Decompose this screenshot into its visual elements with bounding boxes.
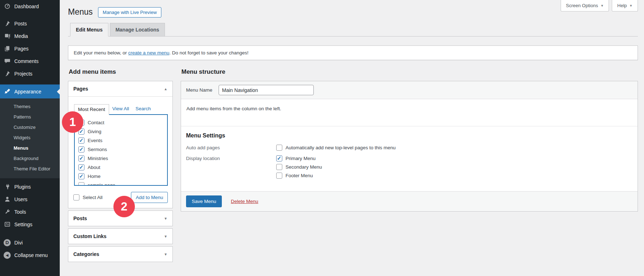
page-checkbox-row: Giving: [78, 127, 167, 136]
footer-menu-label: Footer Menu: [286, 173, 313, 178]
select-all-label: Select All: [83, 195, 103, 200]
checkbox[interactable]: [78, 146, 84, 152]
submenu-item-themes[interactable]: Themes: [0, 101, 60, 112]
add-to-menu-button[interactable]: Add to Menu: [131, 192, 168, 203]
help-button[interactable]: Help ▼: [612, 0, 638, 11]
pages-panel-title: Pages: [73, 86, 88, 92]
sidebar-item-label: Dashboard: [14, 4, 39, 9]
sidebar-item-plugins[interactable]: Plugins: [0, 180, 60, 193]
sidebar-item-divi[interactable]: D Divi: [0, 236, 60, 249]
collapse-arrow-icon: ◀: [4, 252, 11, 259]
screen-meta-links: Screen Options ▼ Help ▼: [561, 0, 638, 11]
primary-menu-checkbox[interactable]: [276, 155, 282, 161]
menu-name-label: Menu Name: [186, 87, 213, 93]
pages-panel: Pages ▲ Most Recent View All Search Cont…: [68, 81, 173, 208]
sidebar-item-label: Posts: [14, 21, 27, 26]
sidebar-item-posts[interactable]: Posts: [0, 17, 60, 30]
auto-add-checkbox[interactable]: [276, 145, 282, 151]
categories-panel: Categories ▼: [68, 246, 173, 262]
page-item-label: Sermons: [88, 147, 107, 152]
page-checkbox-row: sample page: [78, 181, 167, 186]
menu-structure-panel: Menu Name Add menu items from the column…: [181, 81, 638, 212]
submenu-item-patterns[interactable]: Patterns: [0, 112, 60, 122]
tab-search[interactable]: Search: [132, 104, 154, 114]
submenu-item-customize[interactable]: Customize: [0, 122, 60, 132]
tab-most-recent[interactable]: Most Recent: [74, 104, 109, 115]
pushpin-icon: [4, 70, 11, 77]
pages-icon: [4, 45, 11, 52]
page-header: Menus Manage with Live Preview: [68, 0, 638, 19]
menu-name-input[interactable]: [219, 85, 314, 95]
sidebar-item-users[interactable]: Users: [0, 193, 60, 205]
screen-options-button[interactable]: Screen Options ▼: [561, 0, 609, 11]
tab-manage-locations[interactable]: Manage Locations: [110, 23, 165, 37]
sliders-icon: [4, 221, 11, 228]
chevron-down-icon: ▼: [600, 4, 604, 8]
main-content: Screen Options ▼ Help ▼ Menus Manage wit…: [60, 0, 644, 276]
pages-panel-header[interactable]: Pages ▲: [68, 81, 172, 97]
collapse-menu-label: Collapse menu: [14, 252, 48, 258]
footer-menu-checkbox[interactable]: [276, 173, 282, 179]
help-label: Help: [617, 3, 627, 8]
submenu-item-theme-file-editor[interactable]: Theme File Editor: [0, 164, 60, 174]
page-checkbox-row: Contact: [78, 118, 167, 127]
page-item-label: Home: [88, 174, 101, 179]
page-checkbox-row: Events: [78, 136, 167, 145]
sidebar-item-settings[interactable]: Settings: [0, 218, 60, 231]
submenu-item-background[interactable]: Background: [0, 153, 60, 164]
page-item-label: Giving: [88, 129, 101, 134]
page-item-label: Contact: [88, 120, 104, 125]
user-icon: [4, 196, 11, 203]
primary-menu-label: Primary Menu: [286, 156, 316, 161]
checkbox[interactable]: [78, 182, 84, 186]
auto-add-pages-label: Auto add pages: [186, 145, 276, 151]
sidebar-item-label: Plugins: [14, 184, 31, 190]
secondary-menu-checkbox[interactable]: [276, 164, 282, 170]
collapse-menu-button[interactable]: ◀ Collapse menu: [0, 249, 60, 261]
notice-text-before: Edit your menu below, or: [74, 50, 128, 55]
create-new-menu-link[interactable]: create a new menu: [128, 50, 169, 55]
custom-links-panel-header[interactable]: Custom Links ▼: [68, 229, 172, 244]
admin-sidebar: Dashboard Posts Media Pages Comments Pro…: [0, 0, 60, 276]
page-item-label: About: [88, 165, 100, 170]
speech-bubble-icon: [4, 58, 11, 65]
submenu-item-widgets[interactable]: Widgets: [0, 132, 60, 143]
sidebar-item-media[interactable]: Media: [0, 30, 60, 42]
sidebar-item-tools[interactable]: Tools: [0, 205, 60, 218]
sidebar-item-dashboard[interactable]: Dashboard: [0, 0, 60, 13]
page-checkbox-row: Home: [78, 172, 167, 181]
checkbox[interactable]: [78, 137, 84, 144]
menu-settings-heading: Menu Settings: [186, 132, 633, 139]
tab-view-all[interactable]: View All: [109, 104, 132, 114]
sidebar-item-pages[interactable]: Pages: [0, 42, 60, 55]
menu-structure-heading: Menu structure: [181, 68, 638, 76]
chevron-down-icon: ▼: [164, 252, 167, 256]
sidebar-item-projects[interactable]: Projects: [0, 67, 60, 80]
page-item-label: Events: [88, 138, 102, 143]
checkbox[interactable]: [78, 173, 84, 179]
categories-panel-header[interactable]: Categories ▼: [68, 247, 172, 262]
sidebar-item-label: Settings: [14, 222, 33, 227]
submenu-item-menus[interactable]: Menus: [0, 143, 60, 153]
delete-menu-link[interactable]: Delete Menu: [231, 199, 258, 204]
dashboard-icon: [4, 3, 11, 10]
secondary-menu-label: Secondary Menu: [286, 164, 322, 170]
plug-icon: [4, 183, 11, 190]
sidebar-item-comments[interactable]: Comments: [0, 55, 60, 67]
wrench-icon: [4, 208, 11, 216]
select-all-checkbox[interactable]: [73, 194, 79, 200]
page-item-label: Ministries: [88, 156, 108, 161]
sidebar-item-appearance[interactable]: Appearance: [0, 84, 60, 98]
pages-checklist[interactable]: Contact Giving Events Sermons: [74, 114, 168, 186]
sidebar-item-label: Pages: [14, 46, 29, 52]
checkbox[interactable]: [78, 155, 84, 161]
custom-links-panel-title: Custom Links: [73, 233, 107, 239]
appearance-submenu: Themes Patterns Customize Widgets Menus …: [0, 98, 60, 178]
chevron-up-icon: ▲: [164, 87, 167, 91]
checkbox[interactable]: [78, 164, 84, 170]
chevron-down-icon: ▼: [629, 4, 633, 8]
save-menu-button[interactable]: Save Menu: [186, 195, 222, 207]
empty-menu-message: Add menu items from the column on the le…: [186, 99, 633, 111]
manage-live-preview-button[interactable]: Manage with Live Preview: [98, 7, 161, 18]
tab-edit-menus[interactable]: Edit Menus: [70, 23, 108, 37]
